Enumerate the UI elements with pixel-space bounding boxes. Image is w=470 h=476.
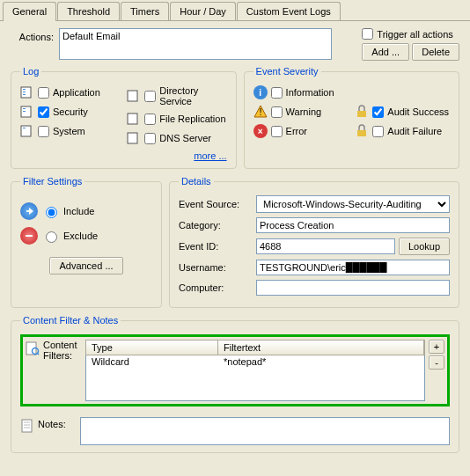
filtersettings-legend: Filter Settings [20,176,84,187]
svg-marker-16 [26,208,33,215]
trigger-all-label: Trigger all actions [377,29,452,40]
computer-input[interactable] [256,280,450,296]
dns-checkbox[interactable] [144,133,156,144]
error-icon: × [253,124,268,138]
actions-input[interactable]: Default Email [59,28,332,60]
svg-rect-5 [23,108,26,109]
include-icon [20,202,38,220]
col-type[interactable]: Type [86,341,218,355]
eventsource-label: Event Source: [179,199,256,209]
system-checkbox[interactable] [38,126,49,137]
svg-rect-11 [128,133,137,143]
filter-icon [26,341,40,355]
log-icon [127,131,141,145]
error-label: Error [286,126,307,136]
tab-general[interactable]: General [3,2,56,21]
severity-legend: Event Severity [253,66,321,77]
auditsuccess-checkbox[interactable] [372,106,384,118]
auditfailure-checkbox[interactable] [372,126,384,137]
tab-timers[interactable]: Timers [121,2,169,20]
log-icon [20,85,34,99]
directory-label: Directory Service [159,85,226,106]
eventid-input[interactable] [256,238,395,254]
security-checkbox[interactable] [38,106,49,118]
tab-bar: General Threshold Timers Hour / Day Cust… [0,0,470,21]
add-button[interactable]: Add ... [362,43,409,61]
table-row[interactable]: Wildcard *notepad* [86,355,424,368]
svg-rect-2 [23,92,26,92]
filtersettings-fieldset: Filter Settings Include Exclude Advanced… [11,176,162,308]
warning-icon: ! [253,105,268,119]
svg-rect-0 [21,87,31,98]
exclude-radio[interactable] [46,231,57,243]
tab-customeventlogs[interactable]: Custom Event Logs [237,2,341,20]
svg-text:!: ! [259,106,261,117]
svg-line-20 [37,353,39,355]
include-radio[interactable] [46,207,57,218]
eventsource-select[interactable]: Microsoft-Windows-Security-Auditing [256,195,450,213]
delete-button[interactable]: Delete [412,43,459,61]
auditsuccess-label: Audit Success [387,106,449,117]
security-label: Security [53,106,88,117]
remove-filter-button[interactable]: - [429,355,444,370]
actions-label: Actions: [11,28,59,42]
lock-icon [355,105,369,119]
warning-checkbox[interactable] [271,106,283,118]
svg-rect-3 [23,94,26,95]
system-label: System [53,126,85,136]
filter-table[interactable]: Wildcard *notepad* [85,355,425,401]
details-fieldset: Details Event Source:Microsoft-Windows-S… [169,176,459,308]
directory-checkbox[interactable] [144,91,156,102]
col-filtertext[interactable]: Filtertext [218,341,424,355]
add-filter-button[interactable]: + [429,340,444,354]
exclude-icon [20,227,38,245]
category-input[interactable] [256,217,450,233]
svg-rect-7 [21,126,31,136]
svg-rect-17 [26,235,33,237]
svg-rect-9 [128,91,137,101]
contentfilter-legend: Content Filter & Notes [20,315,121,326]
svg-rect-15 [357,130,366,136]
warning-label: Warning [286,106,322,117]
include-label: Include [63,206,94,216]
information-checkbox[interactable] [271,87,283,99]
lookup-button[interactable]: Lookup [399,238,450,255]
computer-label: Computer: [179,282,256,293]
trigger-all-checkbox[interactable] [362,28,373,40]
category-label: Category: [179,220,256,231]
log-icon [127,89,141,103]
exclude-label: Exclude [63,231,98,241]
svg-rect-4 [21,106,31,117]
svg-rect-1 [23,89,26,90]
application-label: Application [53,87,100,98]
application-checkbox[interactable] [38,87,49,99]
tab-threshold[interactable]: Threshold [57,2,120,20]
dns-label: DNS Server [159,133,211,143]
advanced-button[interactable]: Advanced ... [49,257,122,275]
cell-type: Wildcard [86,355,218,368]
information-label: Information [286,87,334,98]
notes-icon [20,419,34,433]
svg-rect-14 [357,111,366,117]
error-checkbox[interactable] [271,126,283,137]
svg-rect-21 [22,420,32,432]
tab-hourday[interactable]: Hour / Day [170,2,236,20]
severity-fieldset: Event Severity iInformation !Warning ×Er… [244,66,459,169]
filters-label: Content Filters: [43,340,85,361]
svg-rect-10 [128,114,137,124]
eventid-label: Event ID: [179,241,256,252]
notes-label: Notes: [38,417,80,429]
more-link[interactable]: more ... [194,150,226,161]
log-legend: Log [20,66,41,77]
log-icon [20,124,34,138]
svg-rect-8 [23,128,26,128]
username-label: Username: [179,262,256,273]
lock-icon [355,124,369,138]
filerep-label: File Replication [159,114,225,124]
notes-input[interactable] [80,417,450,445]
log-icon [20,105,34,119]
filerep-checkbox[interactable] [144,114,156,125]
cell-filtertext: *notepad* [218,355,271,368]
username-input[interactable] [256,260,450,275]
filter-table-header: Type Filtertext [85,340,425,355]
